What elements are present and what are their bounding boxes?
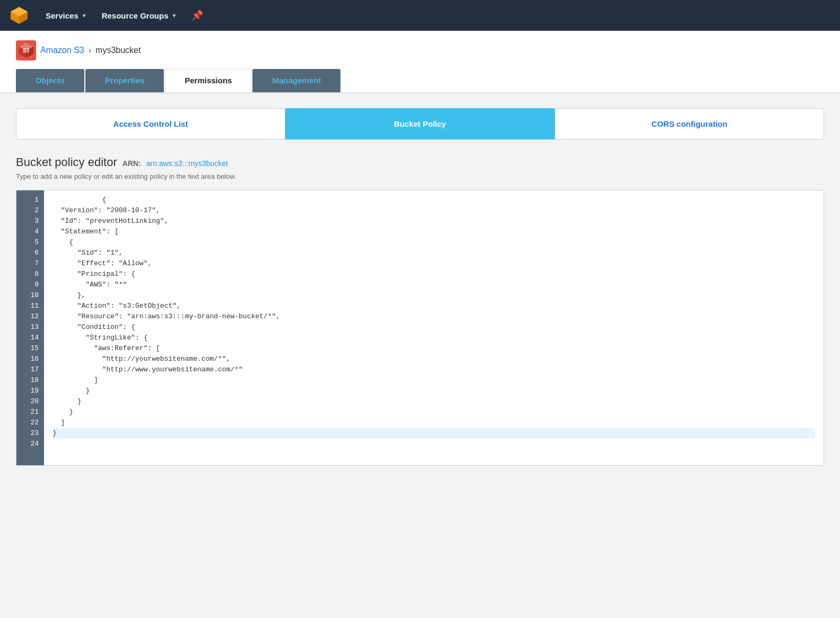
line-number: 4 xyxy=(16,227,44,237)
services-menu[interactable]: Services ▼ xyxy=(38,7,94,24)
line-numbers: 123456789101112131415161718192021222324 xyxy=(16,190,44,465)
editor-title: Bucket policy editor xyxy=(16,155,117,169)
line-number: 17 xyxy=(16,364,44,375)
code-line: "http://www.yourwebsitename.com/*" xyxy=(52,364,815,375)
code-line: "Effect": "Allow", xyxy=(52,258,815,269)
code-line: { xyxy=(52,237,815,248)
code-line: "Statement": [ xyxy=(52,227,815,237)
services-label: Services xyxy=(46,11,78,20)
line-number: 2 xyxy=(16,205,44,216)
services-chevron-icon: ▼ xyxy=(82,13,87,19)
line-number: 15 xyxy=(16,343,44,354)
line-number: 11 xyxy=(16,301,44,311)
top-navigation: Services ▼ Resource Groups ▼ 📌 xyxy=(0,0,840,31)
code-line: "http://yourwebsitename.com/*", xyxy=(52,354,815,364)
line-number: 7 xyxy=(16,258,44,269)
tab-properties[interactable]: Properties xyxy=(85,69,164,92)
line-number: 1 xyxy=(16,195,44,205)
code-line: }, xyxy=(52,290,815,301)
bucket-policy-button[interactable]: Bucket Policy xyxy=(285,108,555,140)
s3-service-icon: S3 xyxy=(16,40,36,60)
code-line: "AWS": "*" xyxy=(52,280,815,290)
line-number: 3 xyxy=(16,216,44,227)
code-line: "Principal": { xyxy=(52,269,815,280)
resource-groups-menu[interactable]: Resource Groups ▼ xyxy=(94,7,185,24)
code-content[interactable]: { "Version": "2008-10-17", "Id": "preven… xyxy=(44,190,824,465)
sub-navigation: Access Control List Bucket Policy CORS c… xyxy=(16,108,824,140)
code-line: } xyxy=(52,396,815,407)
tab-management[interactable]: Management xyxy=(252,69,340,92)
code-line: "Resource": "arn:aws:s3:::my-brand-new-b… xyxy=(52,311,815,322)
main-content: Access Control List Bucket Policy CORS c… xyxy=(0,93,840,481)
code-line: ] xyxy=(52,417,815,428)
code-line: "Action": "s3:GetObject", xyxy=(52,301,815,311)
code-line: } xyxy=(52,407,815,417)
breadcrumb: S3 Amazon S3 › mys3bucket xyxy=(16,40,824,60)
resource-groups-chevron-icon: ▼ xyxy=(172,13,177,19)
code-line: } xyxy=(52,428,815,439)
code-line: ] xyxy=(52,375,815,386)
resource-groups-label: Resource Groups xyxy=(102,11,169,20)
arn-label: ARN: xyxy=(122,159,141,168)
line-number: 13 xyxy=(16,322,44,333)
line-number: 9 xyxy=(16,280,44,290)
code-line: { xyxy=(52,195,815,205)
line-number: 18 xyxy=(16,375,44,386)
line-number: 20 xyxy=(16,396,44,407)
editor-title-row: Bucket policy editor ARN: arn:aws:s3:::m… xyxy=(16,155,824,169)
line-number: 10 xyxy=(16,290,44,301)
cors-config-button[interactable]: CORS configuration xyxy=(555,108,824,140)
aws-logo[interactable] xyxy=(8,5,30,26)
tab-objects[interactable]: Objects xyxy=(16,69,84,92)
code-line: "aws:Referer": [ xyxy=(52,343,815,354)
editor-subtitle: Type to add a new policy or edit an exis… xyxy=(16,172,824,180)
acl-button[interactable]: Access Control List xyxy=(16,108,285,140)
code-line: "Version": "2008-10-17", xyxy=(52,205,815,216)
line-number: 8 xyxy=(16,269,44,280)
line-number: 6 xyxy=(16,248,44,258)
breadcrumb-separator: › xyxy=(89,46,91,55)
code-line: } xyxy=(52,386,815,396)
line-number: 12 xyxy=(16,311,44,322)
pin-icon[interactable]: 📌 xyxy=(184,5,211,25)
page-header: S3 Amazon S3 › mys3bucket Objects Proper… xyxy=(0,31,840,93)
breadcrumb-bucket-name: mys3bucket xyxy=(95,46,141,55)
bucket-policy-editor-section: Bucket policy editor ARN: arn:aws:s3:::m… xyxy=(16,155,824,466)
code-line: "Sid": "1", xyxy=(52,248,815,258)
line-number: 24 xyxy=(16,439,44,449)
line-number: 14 xyxy=(16,333,44,343)
arn-value: arn:aws:s3:::mys3bucket xyxy=(146,159,228,168)
tab-permissions[interactable]: Permissions xyxy=(165,69,251,92)
line-number: 5 xyxy=(16,237,44,248)
code-line: "StringLike": { xyxy=(52,333,815,343)
breadcrumb-service-link[interactable]: Amazon S3 xyxy=(40,46,84,55)
line-number: 22 xyxy=(16,417,44,428)
main-tabs: Objects Properties Permissions Managemen… xyxy=(16,69,824,92)
code-line: "Condition": { xyxy=(52,322,815,333)
line-number: 23 xyxy=(16,428,44,439)
line-number: 19 xyxy=(16,386,44,396)
code-line: "Id": "preventHotLinking", xyxy=(52,216,815,227)
line-number: 16 xyxy=(16,354,44,364)
svg-text:S3: S3 xyxy=(23,48,30,54)
code-editor[interactable]: 123456789101112131415161718192021222324 … xyxy=(16,190,824,466)
line-number: 21 xyxy=(16,407,44,417)
